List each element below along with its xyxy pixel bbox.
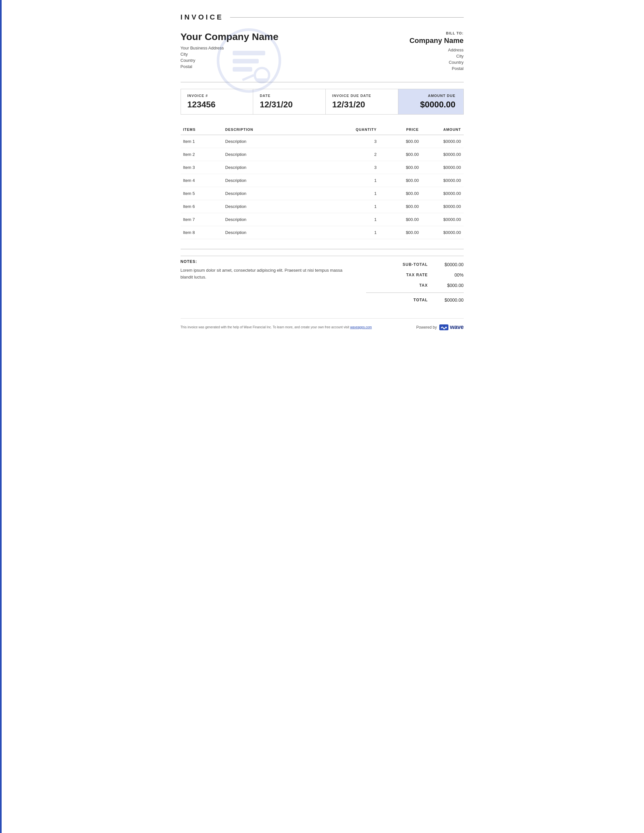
item-description: Description bbox=[222, 226, 343, 239]
svg-line-6 bbox=[242, 75, 254, 80]
col-header-description: DESCRIPTION bbox=[222, 124, 343, 135]
tax-rate-row: TAX RATE 00% bbox=[366, 270, 464, 280]
subtotal-value: $0000.00 bbox=[438, 262, 464, 267]
item-price: $00.00 bbox=[379, 213, 422, 226]
bill-to-label: BILL TO: bbox=[399, 31, 464, 35]
table-row: Item 5 Description 1 $00.00 $0000.00 bbox=[180, 187, 464, 200]
item-quantity: 1 bbox=[343, 174, 379, 187]
tax-label: TAX bbox=[366, 283, 428, 288]
bottom-section: NOTES: Lorem ipsum dolor sit amet, conse… bbox=[180, 256, 464, 305]
wave-logo: wave bbox=[439, 324, 464, 331]
item-price: $00.00 bbox=[379, 187, 422, 200]
invoice-number-label: INVOICE # bbox=[187, 94, 247, 98]
subtotal-row: SUB-TOTAL $0000.00 bbox=[366, 259, 464, 270]
item-quantity: 3 bbox=[343, 161, 379, 174]
notes-text: Lorem ipsum dolor sit amet, consectetur … bbox=[180, 267, 346, 281]
item-price: $00.00 bbox=[379, 226, 422, 239]
tax-row: TAX $000.00 bbox=[366, 280, 464, 291]
svg-rect-3 bbox=[233, 67, 252, 72]
item-amount: $0000.00 bbox=[422, 213, 464, 226]
date-value: 12/31/20 bbox=[260, 100, 319, 110]
table-header-row: ITEMS DESCRIPTION QUANTITY PRICE AMOUNT bbox=[180, 124, 464, 135]
header-section: Your Company Name Your Business Address … bbox=[180, 31, 464, 72]
table-row: Item 7 Description 1 $00.00 $0000.00 bbox=[180, 213, 464, 226]
amount-due-label: AMOUNT DUE bbox=[406, 94, 456, 98]
item-amount: $0000.00 bbox=[422, 135, 464, 148]
wave-logo-text: wave bbox=[450, 324, 464, 331]
item-description: Description bbox=[222, 148, 343, 161]
item-quantity: 2 bbox=[343, 148, 379, 161]
item-name: Item 1 bbox=[180, 135, 223, 148]
item-amount: $0000.00 bbox=[422, 226, 464, 239]
footer: This invoice was generated with the help… bbox=[180, 318, 464, 331]
svg-rect-2 bbox=[233, 59, 259, 63]
item-name: Item 7 bbox=[180, 213, 223, 226]
total-value: $0000.00 bbox=[438, 298, 464, 302]
item-name: Item 6 bbox=[180, 200, 223, 213]
powered-by: Powered by wave bbox=[416, 324, 464, 331]
item-name: Item 8 bbox=[180, 226, 223, 239]
footer-text: This invoice was generated with the help… bbox=[180, 325, 372, 329]
table-row: Item 2 Description 2 $00.00 $0000.00 bbox=[180, 148, 464, 161]
item-description: Description bbox=[222, 161, 343, 174]
item-price: $00.00 bbox=[379, 135, 422, 148]
table-row: Item 6 Description 1 $00.00 $0000.00 bbox=[180, 200, 464, 213]
item-price: $00.00 bbox=[379, 200, 422, 213]
item-amount: $0000.00 bbox=[422, 148, 464, 161]
col-header-price: PRICE bbox=[379, 124, 422, 135]
item-price: $00.00 bbox=[379, 148, 422, 161]
due-date-value: 12/31/20 bbox=[332, 100, 391, 110]
item-description: Description bbox=[222, 200, 343, 213]
bill-to-country: Country bbox=[399, 60, 464, 65]
bill-to-address: Address bbox=[399, 48, 464, 52]
table-row: Item 8 Description 1 $00.00 $0000.00 bbox=[180, 226, 464, 239]
items-table: ITEMS DESCRIPTION QUANTITY PRICE AMOUNT … bbox=[180, 124, 464, 239]
item-amount: $0000.00 bbox=[422, 161, 464, 174]
totals-column: SUB-TOTAL $0000.00 TAX RATE 00% TAX $000… bbox=[366, 259, 464, 305]
table-row: Item 4 Description 1 $00.00 $0000.00 bbox=[180, 174, 464, 187]
item-name: Item 4 bbox=[180, 174, 223, 187]
col-header-items: ITEMS bbox=[180, 124, 223, 135]
item-name: Item 2 bbox=[180, 148, 223, 161]
bill-to-postal: Postal bbox=[399, 66, 464, 71]
subtotal-label: SUB-TOTAL bbox=[366, 262, 428, 267]
due-date-label: INVOICE DUE DATE bbox=[332, 94, 391, 98]
item-description: Description bbox=[222, 135, 343, 148]
bill-to-name: Company Name bbox=[399, 37, 464, 45]
total-label: TOTAL bbox=[366, 298, 428, 302]
item-amount: $0000.00 bbox=[422, 187, 464, 200]
item-price: $00.00 bbox=[379, 161, 422, 174]
total-row: TOTAL $0000.00 bbox=[366, 295, 464, 305]
item-description: Description bbox=[222, 213, 343, 226]
notes-column: NOTES: Lorem ipsum dolor sit amet, conse… bbox=[180, 259, 366, 281]
amount-due-value: $0000.00 bbox=[406, 100, 456, 110]
item-amount: $0000.00 bbox=[422, 200, 464, 213]
invoice-title: INVOICE bbox=[180, 13, 224, 21]
items-section: ITEMS DESCRIPTION QUANTITY PRICE AMOUNT … bbox=[180, 124, 464, 239]
table-row: Item 3 Description 3 $00.00 $0000.00 bbox=[180, 161, 464, 174]
svg-rect-1 bbox=[233, 51, 265, 55]
item-quantity: 3 bbox=[343, 135, 379, 148]
item-description: Description bbox=[222, 174, 343, 187]
svg-rect-5 bbox=[256, 79, 269, 82]
item-quantity: 1 bbox=[343, 200, 379, 213]
powered-by-label: Powered by bbox=[416, 325, 437, 330]
tax-value: $000.00 bbox=[438, 283, 464, 288]
item-name: Item 5 bbox=[180, 187, 223, 200]
tax-rate-value: 00% bbox=[438, 272, 464, 278]
tax-rate-label: TAX RATE bbox=[366, 273, 428, 277]
item-quantity: 1 bbox=[343, 226, 379, 239]
amount-due-cell: AMOUNT DUE $0000.00 bbox=[398, 89, 464, 114]
item-price: $00.00 bbox=[379, 174, 422, 187]
date-label: DATE bbox=[260, 94, 319, 98]
totals-divider bbox=[366, 293, 464, 293]
title-divider bbox=[230, 17, 464, 18]
wave-logo-icon bbox=[439, 325, 448, 330]
item-amount: $0000.00 bbox=[422, 174, 464, 187]
watermark-logo bbox=[213, 28, 285, 93]
col-header-amount: AMOUNT bbox=[422, 124, 464, 135]
company-info: Your Company Name Your Business Address … bbox=[180, 31, 399, 72]
due-date-cell: INVOICE DUE DATE 12/31/20 bbox=[326, 89, 398, 114]
footer-link[interactable]: waveapps.com bbox=[350, 325, 372, 329]
item-description: Description bbox=[222, 187, 343, 200]
